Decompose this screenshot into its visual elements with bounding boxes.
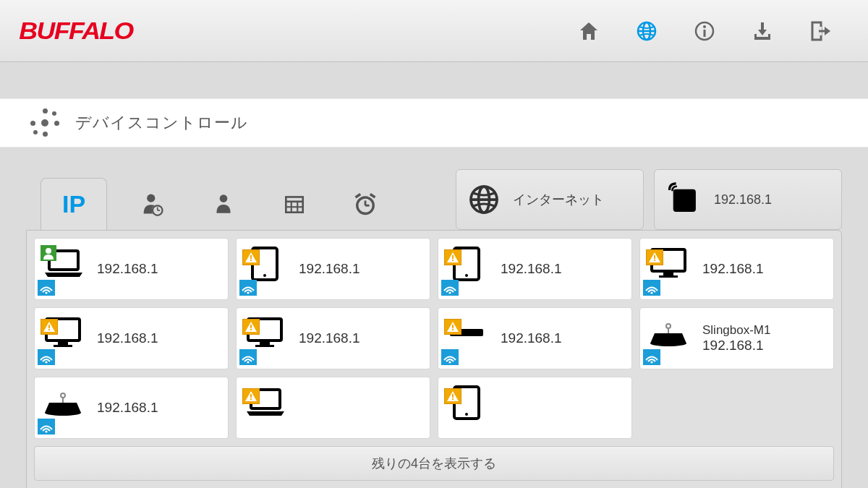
warning-badge-icon bbox=[444, 388, 461, 404]
device-icon bbox=[443, 382, 493, 433]
device-card[interactable]: 192.168.1 bbox=[236, 307, 430, 369]
device-icon bbox=[644, 313, 695, 364]
content: IP インターネット 192.168.1 192.168.1 bbox=[0, 147, 868, 488]
wifi-badge-icon bbox=[441, 349, 459, 365]
device-icon bbox=[39, 244, 90, 294]
header-icons bbox=[577, 20, 846, 43]
logout-icon[interactable] bbox=[809, 20, 832, 43]
device-text: Slingbox-M1192.168.1 bbox=[702, 323, 771, 354]
tab-alarm[interactable] bbox=[347, 186, 383, 222]
tab-person-clock[interactable] bbox=[135, 186, 171, 222]
device-text: 192.168.1 bbox=[97, 261, 158, 277]
device-name: Slingbox-M1 bbox=[702, 323, 771, 338]
device-card[interactable]: 192.168.1 bbox=[438, 307, 632, 369]
internet-label: インターネット bbox=[513, 191, 604, 208]
device-icon bbox=[241, 382, 292, 433]
device-ip: 192.168.1 bbox=[501, 261, 562, 277]
wifi-badge-icon bbox=[643, 349, 660, 365]
router-ip: 192.168.1 bbox=[714, 192, 772, 207]
warning-badge-icon bbox=[242, 388, 260, 404]
device-control-icon bbox=[30, 108, 59, 137]
warning-badge-icon bbox=[41, 319, 58, 335]
warning-badge-icon bbox=[444, 319, 461, 335]
top-header: BUFFALO bbox=[0, 0, 868, 62]
warning-badge-icon bbox=[242, 319, 260, 335]
router-box[interactable]: 192.168.1 bbox=[654, 169, 842, 230]
device-card[interactable]: 192.168.1 bbox=[34, 307, 229, 369]
home-icon[interactable] bbox=[577, 20, 600, 43]
network-boxes: インターネット 192.168.1 bbox=[456, 169, 842, 230]
device-ip: 192.168.1 bbox=[299, 261, 360, 277]
device-text: 192.168.1 bbox=[702, 261, 764, 277]
device-card[interactable]: Slingbox-M1192.168.1 bbox=[639, 307, 834, 369]
tab-calendar[interactable] bbox=[276, 186, 312, 222]
device-icon bbox=[39, 313, 90, 364]
device-text: 192.168.1 bbox=[97, 400, 158, 416]
show-more-button[interactable]: 残りの4台を表示する bbox=[34, 446, 834, 481]
device-text: 192.168.1 bbox=[501, 261, 562, 277]
device-icon bbox=[443, 313, 493, 364]
device-card[interactable] bbox=[438, 377, 632, 439]
spacer bbox=[0, 62, 868, 98]
globe-icon[interactable] bbox=[635, 20, 658, 43]
tab-ip[interactable]: IP bbox=[41, 178, 107, 230]
device-ip: 192.168.1 bbox=[299, 330, 360, 346]
device-text: 192.168.1 bbox=[97, 330, 158, 346]
info-icon[interactable] bbox=[693, 20, 716, 43]
device-icon bbox=[39, 382, 90, 433]
top-row: IP インターネット 192.168.1 bbox=[26, 169, 842, 230]
device-card[interactable]: 192.168.1 bbox=[438, 238, 632, 300]
wifi-badge-icon bbox=[239, 280, 257, 296]
wifi-badge-icon bbox=[643, 280, 660, 296]
brand-logo: BUFFALO bbox=[19, 17, 133, 45]
section-header: デバイスコントロール bbox=[0, 98, 868, 147]
download-icon[interactable] bbox=[751, 20, 774, 43]
device-text: 192.168.1 bbox=[299, 330, 360, 346]
device-icon bbox=[241, 313, 292, 364]
tab-person[interactable] bbox=[205, 186, 242, 222]
device-text: 192.168.1 bbox=[501, 330, 562, 346]
device-card[interactable]: 192.168.1 bbox=[236, 238, 430, 300]
wifi-badge-icon bbox=[239, 349, 257, 365]
user-badge-icon bbox=[41, 245, 56, 261]
device-ip: 192.168.1 bbox=[702, 261, 764, 277]
device-ip: 192.168.1 bbox=[501, 330, 562, 346]
warning-badge-icon bbox=[242, 249, 260, 265]
device-text: 192.168.1 bbox=[299, 261, 360, 277]
warning-badge-icon bbox=[646, 249, 663, 265]
internet-box[interactable]: インターネット bbox=[456, 169, 644, 230]
device-grid: 192.168.1 192.168.1 192.168.1 192.168.1 … bbox=[26, 230, 842, 488]
device-card[interactable]: 192.168.1 bbox=[34, 238, 229, 300]
wifi-badge-icon bbox=[441, 280, 459, 296]
device-icon bbox=[443, 244, 493, 294]
device-ip: 192.168.1 bbox=[97, 261, 158, 277]
tabs: IP bbox=[26, 178, 383, 230]
device-icon bbox=[241, 244, 292, 294]
device-ip: 192.168.1 bbox=[702, 338, 771, 354]
device-card[interactable]: 192.168.1 bbox=[34, 377, 229, 439]
wifi-badge-icon bbox=[38, 280, 55, 296]
section-title: デバイスコントロール bbox=[75, 112, 248, 134]
device-icon bbox=[644, 244, 695, 294]
wifi-badge-icon bbox=[38, 419, 55, 435]
wifi-badge-icon bbox=[38, 349, 55, 365]
device-card[interactable]: 192.168.1 bbox=[639, 238, 834, 300]
warning-badge-icon bbox=[444, 249, 461, 265]
device-ip: 192.168.1 bbox=[97, 330, 158, 346]
device-card[interactable] bbox=[236, 377, 430, 439]
device-ip: 192.168.1 bbox=[97, 400, 158, 416]
